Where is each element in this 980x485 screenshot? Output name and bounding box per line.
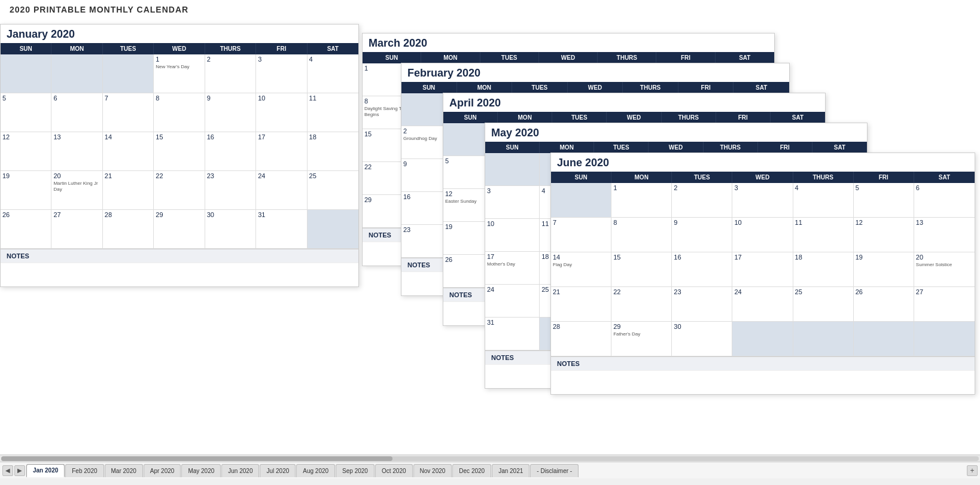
apr-day-fri: FRI — [716, 112, 771, 123]
table-row: 13 — [914, 218, 975, 252]
table-row: 22 — [611, 287, 672, 322]
tab-next-button[interactable]: ▶ — [14, 465, 25, 476]
table-row: 5 — [1, 93, 51, 132]
tab-jul-2020[interactable]: Jul 2020 — [260, 464, 296, 477]
tab-jan-2020[interactable]: Jan 2020 — [26, 464, 65, 477]
table-row: 12 — [854, 218, 914, 252]
tab-jan-2021[interactable]: Jan 2021 — [492, 464, 529, 477]
table-row: 3 — [485, 186, 540, 219]
tab-mar-2020[interactable]: Mar 2020 — [105, 464, 143, 477]
table-row — [914, 322, 975, 356]
table-row: 10 — [485, 219, 540, 252]
tab-dec-2020[interactable]: Dec 2020 — [452, 464, 491, 477]
may-day-thu: THURS — [704, 142, 758, 153]
may-day-mon: MON — [540, 142, 594, 153]
tab-disclaimer[interactable]: - Disclaimer - — [530, 464, 579, 477]
scrollbar-track[interactable] — [1, 456, 979, 461]
jan-day-fri: FRI — [256, 43, 307, 54]
may-day-sun: SUN — [485, 142, 540, 153]
table-row: 16 — [672, 252, 732, 287]
may-day-wed: WED — [649, 142, 703, 153]
table-row: 19 — [854, 252, 914, 287]
table-row: 10 — [732, 218, 793, 252]
apr-day-wed: WED — [607, 112, 661, 123]
table-row: 10 — [256, 93, 307, 132]
april-header: SUN MON TUES WED THURS FRI SAT — [443, 112, 825, 123]
mar-day-sun: SUN — [363, 52, 421, 63]
jan-day-tue: TUES — [103, 43, 154, 54]
main-area: 2020 PRINTABLE MONTHLY CALENDAR January … — [0, 0, 980, 455]
table-row: 3 — [256, 54, 307, 93]
mar-day-wed: WED — [539, 52, 598, 63]
may-header: SUN MON TUES WED THURS FRI SAT — [485, 142, 867, 153]
table-row: 22 — [154, 171, 205, 210]
table-row: 27 — [51, 210, 102, 249]
jan-day-thu: THURS — [205, 43, 256, 54]
june-notes-label: NOTES — [551, 356, 975, 370]
horizontal-scrollbar[interactable] — [0, 455, 980, 462]
jan-day-wed: WED — [154, 43, 205, 54]
table-row: 19 — [1, 171, 51, 210]
tab-aug-2020[interactable]: Aug 2020 — [296, 464, 335, 477]
table-row — [1, 54, 51, 93]
table-row — [308, 210, 358, 249]
table-row: 24 — [256, 171, 307, 210]
table-row: 31 — [256, 210, 307, 249]
table-row: 14Flag Day — [551, 252, 611, 287]
february-header: SUN MON TUES WED THURS FRI SAT — [401, 82, 789, 93]
jun-day-sat: SAT — [914, 172, 975, 183]
jun-day-mon: MON — [611, 172, 672, 183]
table-row: 16 — [205, 132, 256, 171]
feb-day-mon: MON — [457, 82, 513, 93]
feb-day-sun: SUN — [401, 82, 457, 93]
june-header: SUN MON TUES WED THURS FRI SAT — [551, 172, 975, 183]
january-grid: 1New Year's Day 2 3 4 5 6 7 8 9 10 11 12… — [1, 54, 358, 249]
table-row: 20Summer Solstice — [914, 252, 975, 287]
tab-add-button[interactable]: + — [967, 465, 978, 476]
table-row: 9 — [205, 93, 256, 132]
table-row: 27 — [914, 287, 975, 322]
jun-day-tue: TUES — [672, 172, 732, 183]
table-row — [551, 183, 611, 218]
table-row: 4 — [793, 183, 854, 218]
table-row — [854, 322, 914, 356]
may-day-fri: FRI — [758, 142, 812, 153]
table-row: 1New Year's Day — [154, 54, 205, 93]
table-row: 4 — [308, 54, 358, 93]
scrollbar-thumb[interactable] — [1, 456, 392, 461]
jun-day-wed: WED — [732, 172, 793, 183]
tab-jun-2020[interactable]: Jun 2020 — [221, 464, 259, 477]
table-row: 3 — [732, 183, 793, 218]
apr-day-tue: TUES — [552, 112, 607, 123]
table-row: 7 — [551, 218, 611, 252]
table-row: 29 — [154, 210, 205, 249]
table-row — [793, 322, 854, 356]
tab-nov-2020[interactable]: Nov 2020 — [413, 464, 452, 477]
tab-oct-2020[interactable]: Oct 2020 — [375, 464, 413, 477]
tab-bar-scroll: Jan 2020 Feb 2020 Mar 2020 Apr 2020 May … — [26, 464, 964, 477]
feb-day-fri: FRI — [678, 82, 734, 93]
january-notes-area — [1, 263, 358, 286]
may-title: May 2020 — [485, 123, 867, 142]
tab-apr-2020[interactable]: Apr 2020 — [144, 464, 181, 477]
tab-prev-button[interactable]: ◀ — [2, 465, 13, 476]
jan-day-sat: SAT — [308, 43, 358, 54]
feb-day-sat: SAT — [734, 82, 789, 93]
table-row: 17 — [732, 252, 793, 287]
table-row: 24 — [732, 287, 793, 322]
tab-feb-2020[interactable]: Feb 2020 — [65, 464, 104, 477]
table-row — [51, 54, 102, 93]
jan-day-mon: MON — [51, 43, 102, 54]
table-row: 5 — [854, 183, 914, 218]
table-row: 15 — [154, 132, 205, 171]
apr-day-thu: THURS — [662, 112, 716, 123]
tab-sep-2020[interactable]: Sep 2020 — [336, 464, 375, 477]
table-row: 8 — [611, 218, 672, 252]
table-row: 28 — [551, 322, 611, 356]
tab-may-2020[interactable]: May 2020 — [181, 464, 221, 477]
jun-day-fri: FRI — [854, 172, 914, 183]
table-row: 30 — [672, 322, 732, 356]
table-row: 11 — [308, 93, 358, 132]
table-row: 20Martin Luther King Jr Day — [51, 171, 102, 210]
mar-day-thu: THURS — [598, 52, 656, 63]
